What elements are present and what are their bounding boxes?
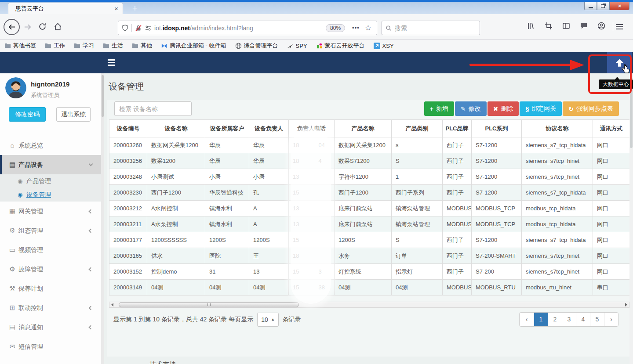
avatar[interactable] (5, 77, 26, 98)
bookmark-item[interactable]: 腾讯企业邮箱 - 收件箱 (161, 42, 226, 50)
sidebar-item[interactable]: ▤产品设备 (0, 155, 101, 174)
page-button[interactable]: 1 (534, 313, 548, 326)
sidebar-collapse-icon[interactable] (108, 59, 115, 67)
page-actions-icon[interactable]: ••• (352, 25, 360, 31)
bookmark-item[interactable]: XSY (374, 43, 394, 49)
bookmark-label: 萤石云开放平台 (325, 42, 365, 50)
cell-plc_series: S7-200 (472, 264, 522, 280)
restore-button[interactable] (597, 2, 610, 10)
cell-owner: A (249, 216, 289, 232)
sidebar-toggle-icon[interactable] (557, 22, 575, 32)
cell-name: 数据网关采集1200 (147, 137, 205, 153)
table-row[interactable]: 200003211A水泵控制镇海水利A13庶来门前泵站镇海泵站管理MODBUSM… (109, 216, 630, 232)
cell-plc_series: S7-200-SMART (472, 248, 522, 264)
sidebar-item[interactable]: ▦网关管理 (0, 202, 101, 221)
browser-search[interactable] (382, 21, 480, 35)
bookmark-item[interactable]: SPY (287, 43, 307, 49)
sidebar-item[interactable]: ⊞联动控制 (0, 298, 101, 317)
column-header: 通讯方式 (593, 120, 630, 137)
minimize-button[interactable] (584, 2, 597, 10)
cell-customer: 小唐 (205, 169, 249, 185)
scrollbar-track[interactable] (115, 302, 623, 307)
bookmark-item[interactable]: 综合管理平台 (235, 42, 278, 50)
table-row[interactable]: 200003256数采1200华辰华辰184数采S71200S西门子S7-120… (109, 153, 630, 169)
logout-button[interactable]: 退出系统 (56, 107, 91, 122)
sidebar-scrollbar[interactable] (101, 73, 104, 364)
cell-plc_series: MODBUS_TCP (472, 201, 522, 216)
bookmark-star-icon[interactable]: ☆ (365, 23, 371, 32)
cell-plc_brand: MODBUS (443, 280, 472, 296)
submenu-item[interactable]: ◉产品管理 (0, 174, 101, 188)
page-scrollbar[interactable] (629, 73, 633, 364)
page-button[interactable]: 2 (548, 313, 562, 326)
library-icon[interactable] (522, 22, 540, 32)
xsy-icon (374, 43, 380, 49)
home-button[interactable] (54, 22, 62, 31)
footer-text: 技术支持 (149, 360, 176, 364)
bookmark-item[interactable]: 其他 (132, 42, 152, 50)
sidebar-item[interactable]: ▤消息通知 (0, 317, 101, 337)
new-tab-button[interactable]: + (128, 4, 142, 14)
action-button-3[interactable]: ✖删除 (487, 101, 519, 116)
screenshot-icon[interactable] (540, 22, 557, 32)
bookmark-item[interactable]: 其他书签 (4, 42, 36, 50)
table-row[interactable]: 200003230西门子1200华辰智通科技孔15西门子1200西门子系列西门子… (109, 185, 630, 201)
permissions-icon (145, 25, 152, 32)
menu-icon[interactable] (616, 23, 633, 31)
table-row[interactable]: 200003212A水闸控制镇海水利A13庶来门前泵站镇海泵站管理MODBUSM… (109, 201, 630, 216)
zoom-badge[interactable]: 80% (326, 24, 345, 32)
scrollbar-thumb[interactable] (102, 75, 104, 117)
page-button[interactable]: 5 (590, 313, 604, 326)
scroll-left-icon[interactable] (109, 302, 115, 307)
sidebar-item[interactable]: ⚙故障管理 (0, 259, 101, 279)
bookmark-item[interactable]: 学习 (74, 42, 94, 50)
table-row[interactable]: 200003152控制demo3113153灯控系统指示灯西门子S7-200si… (109, 264, 630, 280)
table-row[interactable]: 2000031771200SSSSSS1200S1200S151200SS西门子… (109, 232, 630, 248)
action-button-1[interactable]: +新增 (424, 101, 454, 116)
column-header: PLC品牌 (443, 120, 472, 137)
divider (131, 24, 132, 32)
forward-button[interactable] (24, 23, 32, 31)
cell-comm: 网口 (593, 169, 630, 185)
page-button[interactable]: 3 (562, 313, 576, 326)
account-icon[interactable] (593, 22, 610, 32)
sidebar: hignton2019 系统管理员 修改密码 退出系统 ⌂系统总览▤产品设备◉产… (0, 73, 101, 364)
submenu-item[interactable]: ◉设备管理 (0, 188, 101, 202)
action-button-4[interactable]: §绑定网关 (520, 101, 562, 116)
horizontal-scrollbar[interactable] (109, 302, 629, 308)
bookmark-item[interactable]: 生活 (103, 42, 123, 50)
action-button-2[interactable]: ✎修改 (455, 101, 487, 116)
cell-product: 数据网关采集1200 (335, 137, 392, 153)
scrollbar-thumb[interactable] (119, 302, 299, 307)
bookmark-item[interactable]: 萤石云开放平台 (316, 42, 365, 50)
table-row[interactable]: 200003248小唐测试小唐小唐13字符串12001西门子S7-1200sie… (109, 169, 630, 185)
url-bar[interactable]: iot.idosp.net/admin/index.html?lang 80% … (118, 21, 377, 35)
cell-owner: A (249, 201, 289, 216)
cell-owner: 小唐 (249, 169, 289, 185)
table-row[interactable]: 200003165供水医院王18水务订单西门子S7-200-SMARTsieme… (109, 248, 630, 264)
tab-close-icon[interactable]: × (114, 5, 118, 12)
browser-tab[interactable]: 思普云平台 × (8, 3, 123, 14)
page-button[interactable]: › (604, 313, 618, 326)
cell-product: 1200S (335, 232, 392, 248)
page-button[interactable]: 4 (576, 313, 590, 326)
change-password-button[interactable]: 修改密码 (9, 107, 46, 122)
page-size-dropdown[interactable]: 10 ▲ (257, 313, 279, 327)
table-row[interactable]: 20000314904测04测04测153804测04测MODBUSMODBUS… (109, 280, 630, 296)
back-button[interactable] (4, 19, 20, 35)
sidebar-item[interactable]: ⚒保养计划 (0, 279, 101, 298)
page-button[interactable]: ‹ (520, 313, 534, 326)
action-button-5[interactable]: ↻强制同步点表 (563, 101, 619, 116)
close-button[interactable]: × (610, 2, 629, 10)
sidebar-item[interactable]: ✉短信管理 (0, 337, 101, 356)
device-search-input[interactable] (114, 101, 192, 116)
sidebar-item[interactable]: ⚙组态管理 (0, 221, 101, 240)
browser-search-input[interactable] (395, 25, 469, 32)
sidebar-item[interactable]: ▭视频管理 (0, 240, 101, 259)
sidebar-item[interactable]: ⌂系统总览 (0, 136, 101, 155)
table-row[interactable]: 200003260数据网关采集1200华辰华辰1804数据网关采集1200s西门… (109, 137, 630, 153)
bookmark-item[interactable]: 工作 (45, 42, 65, 50)
scroll-right-icon[interactable] (623, 302, 629, 307)
messages-icon[interactable] (575, 22, 593, 32)
reload-button[interactable] (39, 23, 46, 30)
